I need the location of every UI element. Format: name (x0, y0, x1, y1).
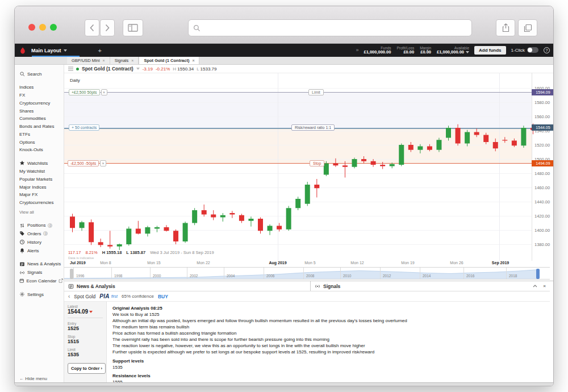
limit-price-badge[interactable]: 1594.09 (532, 89, 554, 95)
back-button[interactable] (85, 19, 99, 36)
news-panel-title: News & Analysis (77, 283, 115, 289)
limit-order-pill[interactable]: +£2,500 50pts× (69, 89, 107, 95)
limit-label: Limit (68, 348, 103, 352)
chart-navigator[interactable]: 1996199820002002200420062008201020122014… (64, 267, 550, 280)
stop-price-badge[interactable]: 1494.09 (532, 160, 554, 166)
navigator-year-label: 2006 (266, 274, 274, 278)
navigator-year-label: 2008 (306, 274, 314, 278)
chart-plot-area[interactable]: Daily 117.17 8.21% H 1555.18 L 1385.87 W… (64, 73, 554, 261)
collapse-panel-icon[interactable] (533, 285, 537, 287)
period-change: 117.17 (68, 250, 81, 255)
settings-icon (19, 291, 25, 297)
date-tick-label: Mon 19 (401, 261, 414, 265)
search-input[interactable] (204, 24, 471, 32)
remove-order-icon[interactable]: × (101, 89, 107, 95)
main-panel: Spot Gold (1 Contract) -3.19 -0.21% H 15… (64, 65, 554, 382)
limit-line-label[interactable]: Limit (308, 89, 324, 95)
copy-to-order-button[interactable]: Copy to Order › (68, 363, 106, 374)
instrument-title[interactable]: Spot Gold (1 Contract) (82, 66, 133, 72)
chevron-down-icon[interactable] (136, 68, 140, 70)
tabs-overview-button[interactable] (518, 19, 537, 36)
sidebar-item-major-indices[interactable]: Major Indices (15, 183, 64, 191)
sidebar-item-label: Shares (19, 109, 34, 114)
share-button[interactable] (496, 19, 515, 36)
sidebar-item-major-fx[interactable]: Major FX (15, 191, 64, 199)
date-tick-label: Mon 26 (450, 261, 463, 265)
one-click-toggle[interactable] (527, 47, 538, 53)
sidebar-item-etfs[interactable]: ETFs (15, 130, 64, 138)
navigator-right-handle[interactable] (536, 269, 540, 279)
current-price-badge[interactable]: 1544.05 (532, 124, 554, 131)
sidebar-item-econ-calendar[interactable]: Econ Calendar (15, 277, 64, 285)
address-bar[interactable] (188, 19, 472, 36)
sidebar-item-my-watchlist[interactable]: My Watchlist (15, 168, 64, 176)
sidebar-item-knock-outs[interactable]: Knock-Outs (15, 146, 64, 154)
change-value: -3.19 (143, 66, 153, 72)
entry-order-pill[interactable]: + 50 contracts (69, 124, 99, 131)
timeframe-selector[interactable]: Daily (70, 78, 80, 83)
sidebar-item-cryptocurrency[interactable]: Cryptocurrency (15, 99, 64, 107)
sidebar-item-history[interactable]: History (15, 238, 64, 247)
close-panel-icon[interactable]: × (543, 283, 546, 289)
chevron-down-icon[interactable] (466, 51, 469, 53)
sidebar-item-bonds-and-rates[interactable]: Bonds and Rates (15, 123, 64, 131)
risk-reward-label[interactable]: Risk/reward ratio 1:1 (291, 124, 335, 131)
hide-menu-button[interactable]: ← Hide menu (19, 376, 47, 383)
sidebar-item-signals[interactable]: Signals (15, 268, 64, 277)
candlestick-chart[interactable] (64, 73, 554, 261)
sidebar-item-orders[interactable]: Orders0 (15, 230, 64, 238)
stop-line-label[interactable]: Stop (310, 160, 324, 166)
minimize-window-button[interactable] (39, 24, 46, 31)
sidebar-item-settings[interactable]: Settings (15, 290, 64, 299)
sidebar-item-watchlists[interactable]: Watchlists (15, 159, 64, 168)
sidebar-item-indices[interactable]: Indices (15, 84, 64, 91)
close-window-button[interactable] (28, 24, 35, 31)
resistance-levels-label: Resistance levels (112, 373, 554, 379)
news-analysis-panel-header[interactable]: News & Analysis (64, 281, 311, 291)
sidebar-item-popular-markets[interactable]: Popular Markets (15, 175, 64, 183)
sidebar-item-options[interactable]: Options (15, 138, 64, 146)
sidebar-section: Settings (15, 290, 64, 299)
sidebar-item-label: Econ Calendar (27, 278, 57, 283)
forward-button[interactable] (100, 19, 115, 36)
account-stat-value: £1,000,000.00 (437, 50, 469, 55)
navigator-left-handle[interactable] (70, 269, 73, 279)
support-levels-label: Support levels (112, 358, 554, 364)
analysis-line: The overnight rally has been sold into a… (112, 336, 554, 343)
sidebar-item-news-analysis[interactable]: News & Analysis (15, 260, 64, 268)
panel-tab[interactable]: Signals× (110, 57, 139, 64)
remove-order-icon[interactable]: × (100, 160, 106, 166)
add-workspace-button[interactable]: + (98, 47, 102, 54)
zoom-window-button[interactable] (50, 24, 57, 31)
breadcrumb-market[interactable]: Spot Gold (74, 294, 95, 299)
pia-logo: PIA (99, 293, 110, 299)
collapse-chevron-icon[interactable]: » (356, 47, 358, 53)
entry-order-pill-label: + 50 contracts (69, 124, 99, 131)
workspace-layout-selector[interactable]: Main Layout (31, 48, 67, 53)
signals-panel-header[interactable]: Signals × (311, 281, 550, 291)
add-funds-button[interactable]: Add funds (474, 46, 506, 55)
sidebar-item-fx[interactable]: FX (15, 91, 64, 99)
confidence-label: 65% confidence (122, 294, 154, 299)
news-icon (68, 283, 74, 289)
navigator-year-separator (303, 268, 304, 280)
sidebar-item-shares[interactable]: Shares (15, 107, 64, 115)
close-tab-icon[interactable]: × (131, 59, 133, 62)
stop-order-pill[interactable]: -£2,500 -50pts× (68, 160, 106, 166)
breadcrumb-back-button[interactable]: ‹ (68, 293, 70, 299)
sidebar-item-search[interactable]: Search (15, 70, 64, 78)
sidebar-item-positions[interactable]: Positions0 (15, 221, 64, 230)
panel-tab-active[interactable]: Spot Gold (1 Contract)× (139, 57, 199, 64)
sidebar-item-commodities[interactable]: Commodities (15, 115, 64, 123)
panel-tab[interactable]: GBP/USD Mini× (67, 57, 110, 64)
calendar-icon (19, 278, 24, 283)
sidebar-item-view-all[interactable]: View all (15, 208, 64, 216)
chart-menu-icon[interactable] (68, 66, 73, 71)
sidebar-item-cryptocurrencies[interactable]: Cryptocurrencies (15, 199, 64, 207)
close-tab-icon[interactable]: × (103, 59, 105, 62)
sidebar-toggle-button[interactable] (123, 19, 143, 36)
close-tab-icon[interactable]: × (192, 59, 194, 62)
signal-breadcrumb: ‹ Spot Gold PIA first 65% confidence BUY (64, 291, 550, 302)
help-button[interactable]: ? (544, 47, 550, 53)
sidebar-item-alerts[interactable]: Alerts (15, 247, 64, 255)
